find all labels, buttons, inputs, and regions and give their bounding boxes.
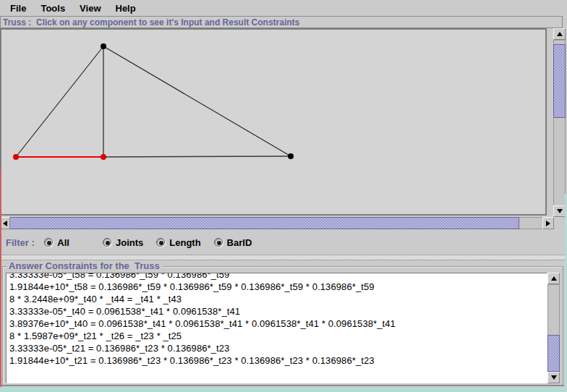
- menu-tools[interactable]: Tools: [33, 1, 72, 15]
- equation-line: 3.33333e-05*_t58 = 0.136986*_t59 * 0.136…: [9, 273, 547, 281]
- equation-line: 8 * 3.2448e+09*_t40 * _t44 = _t41 * _t43: [9, 293, 547, 305]
- canvas-scroll-up-button[interactable]: [553, 28, 566, 40]
- up-arrow-icon: [551, 276, 557, 281]
- answer-constraints-textarea[interactable]: 3.33333e-05*_t58 = 0.136986*_t59 * 0.136…: [6, 273, 547, 383]
- menu-bar: File Tools View Help: [0, 0, 567, 16]
- left-arrow-icon: [3, 221, 7, 226]
- equation-line: 3.33333e-05*_t21 = 0.136986*_t23 * 0.136…: [9, 342, 547, 354]
- textarea-scroll-down-button[interactable]: [547, 372, 560, 383]
- truss-canvas[interactable]: [0, 28, 547, 216]
- filter-row: Filter : All Joints Length BarID: [0, 230, 567, 255]
- panel-bottom-border: [1, 385, 564, 386]
- filter-label: Filter :: [6, 237, 37, 248]
- radio-selected-icon: [103, 238, 111, 247]
- menu-file[interactable]: File: [3, 1, 33, 15]
- filter-option-length[interactable]: Length: [156, 237, 200, 248]
- up-arrow-icon: [557, 32, 563, 36]
- menu-help[interactable]: Help: [108, 1, 143, 15]
- filter-option-label: Joints: [116, 237, 143, 248]
- down-arrow-icon: [551, 375, 557, 380]
- down-arrow-icon: [557, 209, 563, 213]
- truss-member[interactable]: [103, 46, 291, 156]
- truss-member[interactable]: [103, 156, 291, 157]
- truss-joint[interactable]: [101, 43, 106, 49]
- equation-line: 3.89376e+10*_t40 = 0.0961538*_t41 * 0.09…: [9, 318, 547, 330]
- radio-selected-icon: [44, 238, 53, 247]
- filter-radio-group: All Joints Length BarID: [37, 237, 252, 248]
- truss-joint[interactable]: [13, 154, 19, 160]
- equation-list: 3.33333e-05*_t58 = 0.136986*_t59 * 0.136…: [7, 273, 547, 367]
- truss-panel-title: Truss : Click on any component to see it…: [0, 16, 563, 28]
- textarea-vscrollbar-thumb[interactable]: [547, 335, 560, 372]
- canvas-scroll-left-button[interactable]: [0, 217, 10, 229]
- filter-option-barid[interactable]: BarID: [214, 237, 252, 248]
- canvas-scroll-right-button[interactable]: [542, 217, 554, 229]
- truss-joint[interactable]: [288, 153, 294, 159]
- equation-line: 3.33333e-05*_t40 = 0.0961538*_t41 * 0.09…: [9, 305, 547, 318]
- equation-line: 8 * 1.5987e+09*_t21 * _t26 = _t23 * _t25: [9, 330, 547, 342]
- filter-option-all[interactable]: All: [44, 237, 69, 248]
- canvas-scroll-down-button[interactable]: [553, 205, 566, 217]
- filter-option-label: Length: [169, 237, 200, 248]
- radio-selected-icon: [156, 238, 165, 247]
- equation-line: 1.91844e+10*_t21 = 0.136986*_t23 * 0.136…: [9, 354, 547, 367]
- filter-option-label: BarID: [227, 237, 252, 248]
- canvas-hscrollbar-thumb[interactable]: [9, 217, 519, 229]
- textarea-scroll-up-button[interactable]: [547, 273, 560, 284]
- radio-selected-icon: [214, 238, 223, 247]
- window-frame-bottom-edge: [0, 387, 567, 392]
- split-pane-divider[interactable]: [0, 255, 567, 260]
- truss-canvas-svg: [1, 30, 545, 214]
- filter-option-joints[interactable]: Joints: [103, 237, 143, 248]
- window-frame-left-edge: [0, 170, 1, 387]
- truss-member[interactable]: [16, 46, 103, 157]
- answer-panel-title: Answer Constraints for the Truss: [7, 260, 162, 271]
- right-arrow-icon: [546, 221, 550, 226]
- menu-view[interactable]: View: [72, 1, 108, 15]
- truss-joint[interactable]: [101, 154, 106, 160]
- canvas-vscrollbar-thumb[interactable]: [553, 44, 566, 118]
- filter-option-label: All: [57, 237, 69, 248]
- equation-line: 1.91844e+10*_t58 = 0.136986*_t59 * 0.136…: [9, 281, 547, 293]
